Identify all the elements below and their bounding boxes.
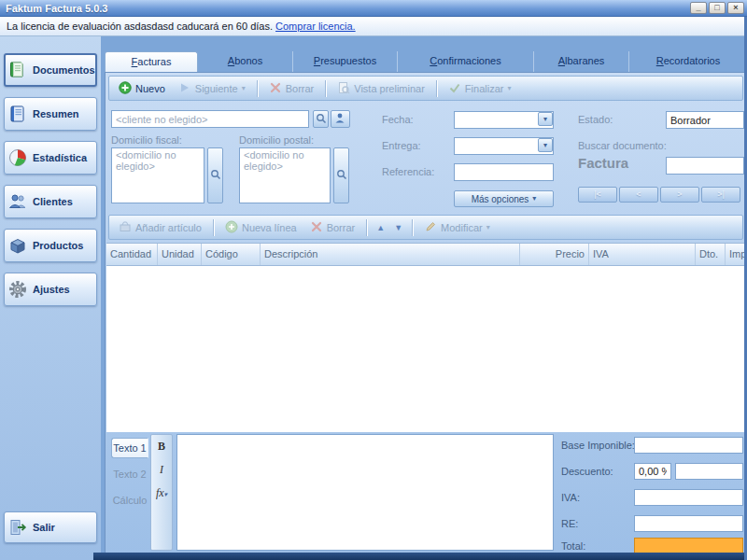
domicilio-fiscal-input[interactable]	[111, 147, 204, 203]
lines-toolbar: Añadir artículo Nueva línea Borrar ▲ ▼ M…	[108, 215, 743, 240]
new-line-plus-icon	[225, 220, 238, 235]
column-header-dto[interactable]: Dto.	[696, 244, 726, 265]
estado-label: Estado:	[578, 114, 613, 125]
tab-presupuestos[interactable]: Presupuestos	[293, 51, 398, 72]
italic-button[interactable]: I	[153, 462, 170, 479]
sidebar-item-resumen[interactable]: Resumen	[4, 97, 97, 131]
toolbar-separator	[213, 219, 214, 236]
borrar-button[interactable]: Borrar	[263, 78, 320, 99]
edit-pencil-icon	[424, 220, 437, 235]
finalizar-button[interactable]: Finalizar ▾	[443, 78, 517, 99]
domicilio-fiscal-search-button[interactable]	[207, 147, 223, 203]
nav-prev-button[interactable]: <	[619, 187, 658, 203]
fecha-field: ▾	[454, 111, 554, 129]
text-format-toolbar: B I fx▾	[150, 434, 173, 551]
column-header-descripcion[interactable]: Descripción	[261, 244, 520, 265]
caret-down-icon: ▾	[242, 85, 246, 92]
exit-button-label: Salir	[33, 522, 55, 533]
sidebar-item-label: Estadística	[33, 152, 87, 163]
toolbar-separator	[257, 80, 258, 97]
magnifier-icon	[316, 113, 327, 126]
column-header-iva[interactable]: IVA	[589, 244, 696, 265]
column-header-unidad[interactable]: Unidad	[158, 244, 202, 265]
bold-button[interactable]: B	[153, 439, 170, 455]
nav-last-button[interactable]: >|	[701, 187, 740, 203]
license-bar: La licencia de evaluación asdasdasd cadu…	[0, 17, 747, 36]
iva-input[interactable]	[634, 489, 743, 506]
texto-1-textarea[interactable]	[176, 434, 554, 551]
tab-calculo[interactable]: Cálculo	[111, 490, 148, 511]
toolbar-separator	[412, 219, 413, 236]
domicilio-postal-input[interactable]	[239, 147, 331, 203]
base-imponible-label: Base Imponible:	[561, 440, 635, 451]
sidebar-item-documentos[interactable]: Documentos	[4, 53, 97, 87]
domicilio-postal-search-button[interactable]	[333, 147, 349, 203]
statistics-pie-icon	[7, 147, 28, 168]
arrow-down-icon: ▼	[394, 223, 402, 232]
nuevo-button[interactable]: Nuevo	[113, 78, 171, 99]
exit-button[interactable]: Salir	[4, 511, 97, 543]
modificar-button[interactable]: Modificar ▾	[418, 217, 496, 238]
nav-first-button[interactable]: |<	[578, 187, 617, 203]
fecha-label: Fecha:	[382, 114, 414, 125]
nueva-linea-button[interactable]: Nueva línea	[219, 217, 303, 238]
items-table-header: Cantidad Unidad Código Descripción Preci…	[106, 243, 747, 266]
document-toolbar: Nuevo Siguiente ▾ Borrar Vista prelimina…	[108, 76, 743, 101]
formula-button[interactable]: fx▾	[153, 485, 170, 502]
person-icon	[334, 112, 346, 126]
tab-texto-2[interactable]: Texto 2	[111, 464, 148, 484]
sidebar-item-clientes[interactable]: Clientes	[4, 185, 97, 218]
tab-abonos[interactable]: Abonos	[198, 51, 293, 72]
minimize-button[interactable]: _	[690, 2, 707, 14]
move-up-button[interactable]: ▲	[373, 220, 388, 235]
nav-next-button[interactable]: >	[660, 187, 699, 203]
sidebar-item-estadistica[interactable]: Estadística	[4, 141, 97, 175]
entrega-dropdown-button[interactable]: ▾	[538, 138, 553, 152]
buscar-documento-input[interactable]	[666, 157, 744, 175]
items-table-body	[106, 266, 747, 432]
descuento-input[interactable]	[675, 463, 743, 480]
arrow-up-icon: ▲	[376, 223, 385, 232]
borrar-linea-button[interactable]: Borrar	[304, 217, 361, 238]
document-tabs: Facturas Abonos Presupuestos Confirmacio…	[105, 51, 747, 72]
column-header-precio[interactable]: Precio	[520, 244, 589, 265]
siguiente-button[interactable]: Siguiente ▾	[173, 78, 251, 99]
window-controls: _ □ ×	[690, 2, 744, 14]
cliente-add-button[interactable]	[331, 110, 350, 128]
anadir-articulo-button[interactable]: Añadir artículo	[113, 217, 207, 238]
sidebar: Documentos Resumen Estadística Clientes …	[0, 36, 101, 560]
tab-albaranes[interactable]: Albaranes	[534, 51, 629, 72]
cliente-search-button[interactable]	[313, 110, 329, 128]
descuento-percent-input[interactable]	[634, 463, 671, 480]
main-panel: Nuevo Siguiente ▾ Borrar Vista prelimina…	[105, 72, 747, 553]
cliente-input[interactable]	[111, 110, 309, 128]
next-arrow-icon	[178, 81, 191, 96]
buy-license-link[interactable]: Comprar licencia.	[275, 21, 356, 32]
move-down-button[interactable]: ▼	[390, 220, 406, 235]
entrega-label: Entrega:	[382, 140, 421, 151]
base-imponible-input[interactable]	[634, 437, 743, 454]
exit-door-icon	[7, 517, 28, 538]
maximize-button[interactable]: □	[709, 2, 726, 14]
titlebar: Faktum Factura 5.0.3 _ □ ×	[0, 0, 747, 17]
tab-facturas[interactable]: Facturas	[105, 51, 198, 72]
mas-opciones-button[interactable]: Más opciones ▾	[454, 190, 554, 207]
column-header-codigo[interactable]: Código	[202, 244, 261, 265]
print-preview-icon	[337, 81, 350, 96]
close-button[interactable]: ×	[727, 2, 744, 14]
sidebar-item-ajustes[interactable]: Ajustes	[4, 273, 97, 306]
vista-preliminar-button[interactable]: Vista preliminar	[331, 78, 430, 99]
fecha-dropdown-button[interactable]: ▾	[538, 112, 553, 126]
tab-recordatorios[interactable]: Recordatorios	[629, 51, 747, 72]
re-input[interactable]	[634, 515, 743, 532]
toolbar-separator	[436, 80, 437, 97]
documents-icon	[7, 60, 28, 80]
total-input[interactable]	[634, 538, 743, 553]
estado-input[interactable]	[666, 111, 744, 129]
column-header-cantidad[interactable]: Cantidad	[106, 244, 158, 265]
referencia-input[interactable]	[454, 163, 554, 181]
tab-confirmaciones[interactable]: Confirmaciones	[398, 51, 534, 72]
sidebar-item-label: Productos	[33, 240, 83, 251]
tab-texto-1[interactable]: Texto 1	[111, 438, 148, 458]
sidebar-item-productos[interactable]: Productos	[4, 229, 97, 262]
